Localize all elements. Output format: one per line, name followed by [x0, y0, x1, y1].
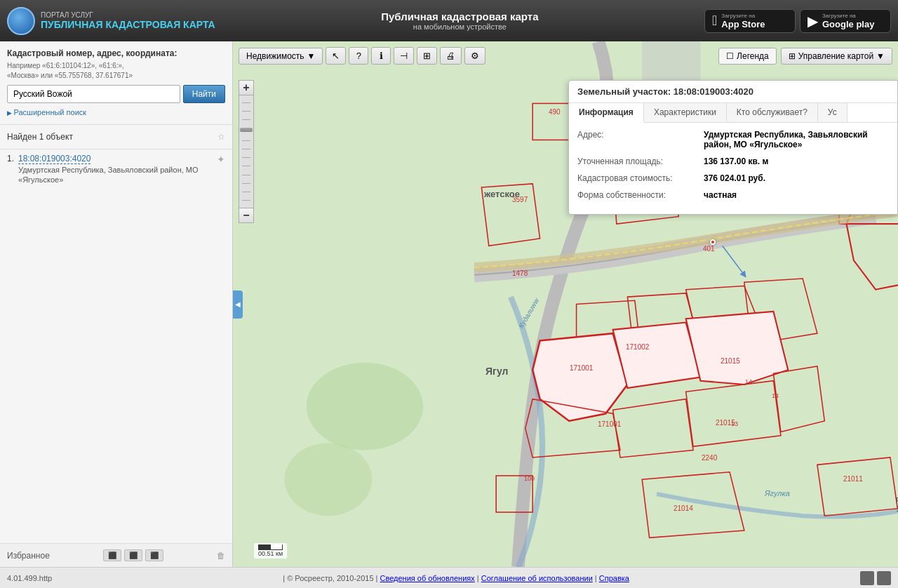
map-background: 490 1788 3012 494 122 507 3597 5218 3722…	[233, 41, 898, 567]
favorites-add-btn[interactable]: ⬛	[145, 549, 163, 561]
zoom-tick	[242, 149, 250, 149]
property-dropdown-label: Недвижимость	[246, 51, 304, 61]
tab-information[interactable]: Информация	[569, 103, 644, 123]
zoom-tick	[242, 111, 250, 112]
favorites-section: Избранное ⬛ ⬛ ⬛ 🗑	[0, 543, 232, 567]
advanced-search-link[interactable]: Расширенный поиск	[7, 108, 86, 116]
zoom-out-btn[interactable]: −	[239, 208, 254, 223]
map-label-21014: 21014	[674, 505, 693, 512]
results-list: 1. 18:08:019003:4020 Удмуртская Республи…	[0, 149, 232, 543]
logo-text: ПОРТАЛ УСЛУГ ПУБЛИЧНАЯ КАДАСТРОВАЯ КАРТА	[41, 11, 215, 30]
property-type-dropdown[interactable]: Недвижимость ▼	[239, 48, 323, 65]
results-section: Найден 1 объект ☆	[0, 125, 232, 149]
map-label-171001a: 171001	[570, 364, 593, 372]
results-count: Найден 1 объект	[7, 132, 73, 142]
favorites-import-btn[interactable]: ⬛	[124, 549, 142, 561]
scale-full	[271, 544, 282, 549]
search-input[interactable]	[7, 85, 180, 103]
favorites-export-btn[interactable]: ⬛	[103, 549, 121, 561]
map-label-171001b: 171001	[598, 420, 621, 428]
left-panel-toggle[interactable]: ◀	[233, 290, 243, 319]
map-label-2240: 2240	[702, 454, 717, 462]
scale-label-full: 1 км	[271, 550, 283, 557]
legend-checkbox-icon: ☐	[726, 51, 734, 61]
info-row-ownership: Форма собственности: частная	[577, 190, 889, 200]
manage-map-label: Управление картой	[798, 51, 873, 61]
layers-btn[interactable]: ⊞	[417, 47, 437, 65]
map-label-14a: 14	[745, 378, 752, 385]
map-label-yagulka: Ягулка	[765, 489, 790, 497]
legend-btn[interactable]: ☐ Легенда	[718, 48, 777, 65]
map-label-490: 490	[549, 108, 561, 116]
info-popup-title: Земельный участок: 18:08:019003:4020	[569, 81, 897, 103]
googleplay-badge[interactable]: ▶ Загрузите на Google play	[800, 9, 891, 33]
googleplay-name: Google play	[822, 19, 874, 29]
svg-marker-25	[686, 312, 789, 385]
result-cadastral-link[interactable]: 18:08:019003:4020	[18, 154, 91, 164]
apple-icon: 	[712, 13, 717, 29]
result-address: Удмуртская Республика, Завьяловский райо…	[18, 165, 213, 185]
footer-center: | © Росреестр, 2010-2015 | Сведения об о…	[58, 574, 855, 582]
info-label-ownership: Форма собственности:	[577, 190, 704, 200]
manage-map-btn[interactable]: ⊞ Управление картой ▼	[781, 48, 892, 65]
tab-who-serves[interactable]: Кто обслуживает?	[727, 103, 818, 122]
help-btn[interactable]: ?	[349, 47, 368, 65]
map-label-21015b: 21015	[716, 419, 735, 427]
googleplay-icon: ▶	[807, 13, 818, 29]
footer-icon-1[interactable]	[860, 571, 874, 585]
settings-btn[interactable]: ⚙	[464, 47, 485, 65]
tab-characteristics[interactable]: Характеристики	[644, 103, 727, 122]
logo-icon	[7, 7, 35, 35]
pointer-tool-btn[interactable]: ↖	[326, 47, 346, 65]
info-popup: Земельный участок: 18:08:019003:4020 Инф…	[568, 80, 898, 215]
search-hint: Например «61:6:10104:12», «61:6:»,«Москв…	[7, 61, 225, 81]
measure-btn[interactable]: ⊣	[394, 47, 414, 65]
zoom-tick	[242, 175, 250, 175]
appstore-name: App Store	[721, 19, 765, 29]
zoom-tick	[242, 192, 250, 192]
footer-updates-link[interactable]: Сведения об обновлениях	[380, 574, 475, 582]
zoom-handle[interactable]	[240, 128, 253, 132]
result-star-icon[interactable]: ✦	[217, 154, 225, 165]
map-label-zhetskoe: жетское	[484, 189, 520, 199]
zoom-tick	[242, 119, 250, 120]
left-panel: Кадастровый номер, адрес, координата: На…	[0, 41, 233, 567]
results-favorite-icon[interactable]: ☆	[217, 132, 225, 142]
favorites-delete-icon[interactable]: 🗑	[217, 551, 225, 561]
footer-agreement-link[interactable]: Соглашение об использовании	[481, 574, 593, 582]
print-btn[interactable]: 🖨	[440, 47, 462, 65]
map-label-171002: 171002	[626, 343, 649, 351]
footer-help-link[interactable]: Справка	[599, 574, 629, 582]
toolbar-right: ☐ Легенда ⊞ Управление картой ▼	[718, 48, 892, 65]
appstore-label-group: Загрузите на App Store	[721, 13, 765, 29]
header-subtitle: на мобильном устройстве	[215, 22, 704, 31]
scale-visual: 0 0.5 1 км	[258, 544, 283, 557]
info-btn[interactable]: ℹ	[371, 47, 391, 65]
header-title: Публичная кадастровая карта	[381, 11, 538, 22]
search-button[interactable]: Найти	[183, 85, 225, 103]
header: ПОРТАЛ УСЛУГ ПУБЛИЧНАЯ КАДАСТРОВАЯ КАРТА…	[0, 0, 898, 41]
info-row-cost: Кадастровая стоимость: 376 024.01 руб.	[577, 173, 889, 183]
info-value-area: 136 137.00 кв. м	[704, 156, 889, 166]
result-item: 1. 18:08:019003:4020 Удмуртская Республи…	[7, 154, 225, 185]
zoom-tick	[242, 166, 250, 166]
tab-us[interactable]: Ус	[818, 103, 847, 122]
zoom-tick	[242, 157, 250, 158]
map-label-yagul: Ягул	[485, 366, 508, 377]
footer-icons	[860, 571, 891, 585]
info-label-area: Уточненная площадь:	[577, 156, 704, 166]
location-marker	[710, 239, 716, 245]
info-row-area: Уточненная площадь: 136 137.00 кв. м	[577, 156, 889, 166]
footer-icon-2[interactable]	[877, 571, 891, 585]
info-label-address: Адрес:	[577, 130, 704, 140]
appstore-badge[interactable]:  Загрузите на App Store	[704, 9, 796, 33]
svg-marker-24	[613, 323, 701, 389]
zoom-in-btn[interactable]: +	[239, 80, 254, 95]
map-container[interactable]: 490 1788 3012 494 122 507 3597 5218 3722…	[233, 41, 898, 567]
googleplay-label-group: Загрузите на Google play	[822, 13, 874, 29]
svg-point-2	[307, 363, 423, 450]
map-label-21011: 21011	[843, 475, 863, 483]
logo-top-text: ПОРТАЛ УСЛУГ	[41, 11, 215, 19]
map-label-21015a: 21015	[721, 357, 740, 365]
googleplay-label: Загрузите на	[822, 13, 874, 19]
